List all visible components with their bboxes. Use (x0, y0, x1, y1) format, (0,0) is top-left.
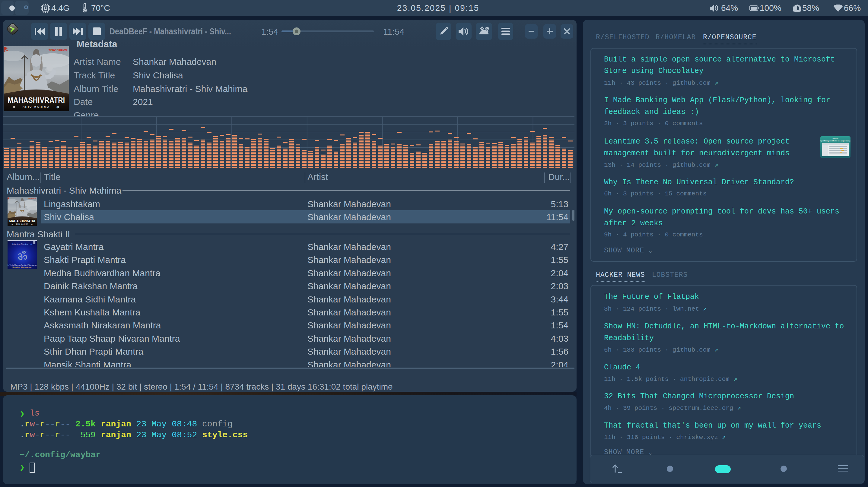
svg-text:In Vedic Mantras For Well Abun: In Vedic Mantras For Well Abundance (7, 264, 37, 266)
svg-text:ॐ: ॐ (17, 249, 27, 262)
svg-text:Project Management for the non: Project Management for the non-project m… (820, 140, 850, 142)
svg-text:leantime: leantime (833, 137, 838, 139)
svg-text:Shankar Mahadevan: Shankar Mahadevan (12, 266, 32, 268)
svg-text:Mantra Shakti - II: Mantra Shakti - II (12, 242, 33, 246)
